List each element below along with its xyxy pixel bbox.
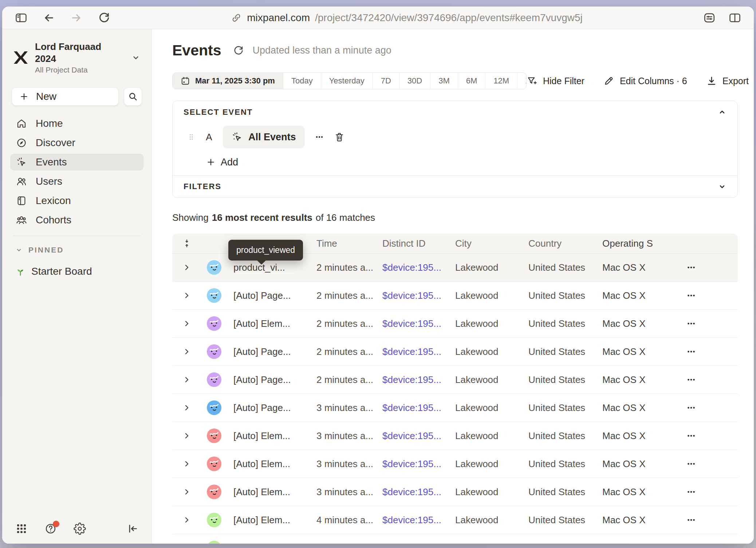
expand-row-icon[interactable] [182, 375, 191, 384]
column-time[interactable]: Time [310, 238, 376, 249]
apps-grid-icon[interactable] [15, 522, 28, 535]
expand-row-icon[interactable] [182, 319, 191, 328]
export-button[interactable]: Export [706, 75, 749, 86]
collapse-sidebar-icon[interactable] [127, 523, 138, 535]
split-view-icon[interactable] [728, 11, 741, 24]
row-more-options-icon[interactable] [686, 290, 697, 301]
expand-row-icon[interactable] [182, 291, 191, 300]
more-options-icon[interactable] [314, 132, 324, 142]
event-name[interactable]: [Auto] Elem... [227, 458, 310, 470]
event-name[interactable]: [Auto] Elem... [227, 430, 310, 442]
column-distinct-id[interactable]: Distinct ID [376, 238, 449, 249]
event-name[interactable]: [Auto] Elem... [227, 514, 310, 526]
table-row[interactable]: [Auto] Elem... 3 minutes a... $device:19… [172, 422, 738, 450]
row-more-options-icon[interactable] [686, 486, 697, 497]
distinct-id-link[interactable]: $device:195... [376, 458, 449, 470]
sidebar-item-home[interactable]: Home [10, 115, 143, 132]
expand-row-icon[interactable] [182, 263, 191, 272]
date-preset-button[interactable]: 6M [458, 73, 485, 89]
panel-toggle-icon[interactable] [15, 11, 28, 24]
distinct-id-link[interactable]: $device:195... [376, 402, 449, 414]
event-name[interactable]: [Auto] Page... [227, 346, 310, 357]
drag-handle-icon[interactable] [187, 132, 195, 142]
table-row[interactable]: [Auto] Page... 2 minutes a... $device:19… [172, 337, 738, 365]
date-preset-button[interactable]: 3M [430, 73, 458, 89]
event-name[interactable]: [Auto] Page... [227, 290, 310, 301]
back-icon[interactable] [42, 11, 55, 24]
sidebar-item-cohorts[interactable]: Cohorts [10, 212, 143, 228]
event-name[interactable]: [Auto] Page... [227, 374, 310, 385]
distinct-id-link[interactable]: $device:195... [376, 318, 449, 329]
sidebar-item-starter-board[interactable]: Starter Board [10, 263, 143, 280]
page-settings-icon[interactable] [703, 11, 716, 24]
edit-columns-button[interactable]: Edit Columns · 6 [603, 75, 687, 86]
expand-row-icon[interactable] [182, 488, 191, 496]
expand-row-icon[interactable] [182, 431, 191, 440]
date-preset-button[interactable]: 12M [485, 73, 517, 89]
table-row[interactable] [172, 534, 738, 544]
sort-icon[interactable] [182, 239, 192, 248]
table-row[interactable]: [Auto] Elem... 2 minutes a... $device:19… [172, 309, 738, 337]
sidebar-item-users[interactable]: Users [10, 173, 143, 190]
pinned-section-header[interactable]: PINNED [10, 246, 143, 254]
date-preset-button[interactable]: Today [283, 73, 321, 89]
add-event-button[interactable]: Add [206, 154, 727, 170]
row-more-options-icon[interactable] [686, 514, 697, 525]
new-button[interactable]: New [12, 87, 119, 106]
search-button[interactable] [124, 87, 142, 106]
distinct-id-link[interactable]: $device:195... [376, 514, 449, 526]
country-value: United States [522, 458, 596, 470]
date-custom-button[interactable]: XTD [517, 73, 527, 89]
date-preset-button[interactable]: 7D [373, 73, 399, 89]
refresh-icon[interactable] [233, 45, 244, 56]
distinct-id-link[interactable]: $device:195... [376, 374, 449, 385]
hide-filter-button[interactable]: Hide Filter [527, 75, 584, 86]
row-more-options-icon[interactable] [686, 458, 697, 469]
row-more-options-icon[interactable] [686, 430, 697, 441]
column-city[interactable]: City [449, 238, 522, 249]
event-selector-chip[interactable]: All Events [223, 126, 305, 148]
table-row[interactable]: [Auto] Page... 2 minutes a... $device:19… [172, 281, 738, 309]
distinct-id-link[interactable]: $device:195... [376, 486, 449, 498]
row-more-options-icon[interactable] [686, 318, 697, 329]
expand-row-icon[interactable] [182, 347, 191, 356]
table-row[interactable]: [Auto] Page... 3 minutes a... $device:19… [172, 394, 738, 422]
row-more-options-icon[interactable] [686, 402, 697, 413]
trash-icon[interactable] [334, 132, 345, 142]
column-country[interactable]: Country [522, 238, 596, 249]
table-row[interactable]: [Auto] Elem... 3 minutes a... $device:19… [172, 450, 738, 478]
row-more-options-icon[interactable] [686, 543, 697, 544]
cohorts-icon [16, 215, 27, 226]
project-switcher[interactable]: Lord Farquaad 2024 All Project Data [10, 41, 143, 74]
expand-row-icon[interactable] [182, 516, 191, 524]
gear-icon[interactable] [74, 522, 86, 535]
table-row[interactable]: [Auto] Elem... 3 minutes a... $device:19… [172, 478, 738, 506]
distinct-id-link[interactable]: $device:195... [376, 290, 449, 301]
chevron-down-icon[interactable] [718, 182, 727, 191]
date-preset-button[interactable]: Yesterday [321, 73, 373, 89]
table-row[interactable]: [Auto] Page... 2 minutes a... $device:19… [172, 365, 738, 394]
event-name[interactable]: [Auto] Elem... [227, 486, 310, 498]
row-more-options-icon[interactable] [686, 374, 697, 385]
date-preset-button[interactable]: 30D [399, 73, 430, 89]
address-bar[interactable]: mixpanel.com/project/3472420/view/397469… [111, 12, 703, 24]
chevron-up-icon[interactable] [718, 108, 727, 117]
event-name[interactable]: product_vi... [227, 262, 310, 273]
event-name[interactable]: [Auto] Page... [227, 402, 310, 414]
date-range-selected[interactable]: Mar 11, 2025 3:30 pm [173, 73, 283, 89]
sidebar-item-discover[interactable]: Discover [10, 134, 143, 151]
expand-row-icon[interactable] [182, 403, 191, 412]
sidebar-item-events[interactable]: Events [10, 154, 143, 171]
distinct-id-link[interactable]: $device:195... [376, 430, 449, 442]
help-button[interactable] [44, 522, 57, 535]
event-name[interactable]: [Auto] Elem... [227, 318, 310, 329]
sidebar-item-lexicon[interactable]: Lexicon [10, 192, 143, 209]
column-operating-system[interactable]: Operating S [596, 238, 677, 249]
table-row[interactable]: [Auto] Elem... 4 minutes a... $device:19… [172, 506, 738, 534]
reload-icon[interactable] [98, 11, 111, 24]
row-more-options-icon[interactable] [686, 262, 697, 273]
distinct-id-link[interactable]: $device:195... [376, 262, 449, 273]
distinct-id-link[interactable]: $device:195... [376, 346, 449, 357]
row-more-options-icon[interactable] [686, 346, 697, 357]
expand-row-icon[interactable] [182, 459, 191, 468]
